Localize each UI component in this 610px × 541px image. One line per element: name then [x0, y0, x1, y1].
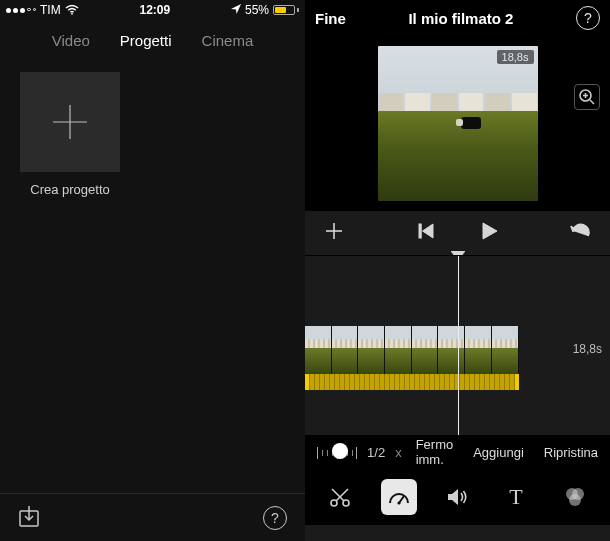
- svg-line-6: [590, 100, 594, 104]
- play-icon: [479, 221, 499, 241]
- video-clip[interactable]: [305, 326, 519, 374]
- editor-header: Fine Il mio filmato 2 ?: [305, 0, 610, 36]
- preview-area: 18,8s: [305, 36, 610, 211]
- projects-grid: Crea progetto: [0, 60, 305, 493]
- undo-icon: [568, 221, 592, 241]
- zoom-button[interactable]: [574, 84, 600, 110]
- tool-bar: T: [305, 469, 610, 525]
- magnifier-plus-icon: [578, 88, 596, 106]
- text-tool[interactable]: T: [498, 479, 534, 515]
- svg-marker-21: [448, 489, 458, 505]
- freeze-frame-button[interactable]: Fermo imm.: [416, 437, 454, 467]
- speed-knob[interactable]: [332, 443, 348, 459]
- audio-tool[interactable]: [439, 479, 475, 515]
- svg-marker-13: [483, 223, 497, 239]
- go-to-start-button[interactable]: [417, 222, 435, 244]
- svg-point-24: [569, 494, 581, 506]
- undo-button[interactable]: [568, 221, 592, 245]
- help-icon: ?: [271, 510, 279, 526]
- text-icon: T: [509, 484, 522, 510]
- svg-marker-12: [422, 224, 433, 238]
- playhead[interactable]: [458, 256, 460, 435]
- play-button[interactable]: [479, 221, 499, 245]
- speed-ratio: 1/2: [367, 445, 385, 460]
- scissors-icon: [328, 485, 352, 509]
- speed-reset-button[interactable]: Ripristina: [544, 445, 598, 460]
- battery-icon: [273, 5, 299, 15]
- plus-icon: [323, 220, 345, 242]
- speed-slider[interactable]: [317, 442, 357, 462]
- export-icon: [18, 504, 40, 528]
- svg-point-0: [71, 13, 73, 15]
- editor-help-button[interactable]: ?: [576, 6, 600, 30]
- create-project-tile[interactable]: Crea progetto: [20, 72, 120, 197]
- timeline-duration: 18,8s: [573, 342, 602, 356]
- transport-bar: [305, 211, 610, 255]
- bottom-bar: ?: [0, 493, 305, 541]
- done-button[interactable]: Fine: [315, 10, 346, 27]
- speed-x-label: x: [395, 445, 402, 460]
- help-button[interactable]: ?: [263, 506, 287, 530]
- audio-clip[interactable]: [305, 374, 519, 390]
- export-button[interactable]: [18, 504, 40, 532]
- help-icon: ?: [584, 10, 592, 26]
- cut-tool[interactable]: [322, 479, 358, 515]
- carrier-label: TIM: [40, 3, 61, 17]
- speed-add-button[interactable]: Aggiungi: [473, 445, 524, 460]
- clock: 12:09: [139, 3, 170, 17]
- location-icon: [231, 3, 241, 17]
- tab-video[interactable]: Video: [52, 32, 90, 49]
- battery-pct: 55%: [245, 3, 269, 17]
- editor-screen: Fine Il mio filmato 2 ? 18,8s: [305, 0, 610, 541]
- project-title: Il mio filmato 2: [408, 10, 513, 27]
- timeline[interactable]: 18,8s: [305, 255, 610, 435]
- wifi-icon: [65, 5, 79, 15]
- video-preview[interactable]: 18,8s: [378, 46, 538, 201]
- status-bar: TIM 12:09 55%: [0, 0, 305, 20]
- speedometer-icon: [387, 485, 411, 509]
- speed-tool[interactable]: [381, 479, 417, 515]
- create-project-label: Crea progetto: [20, 182, 120, 197]
- plus-icon: [47, 99, 93, 145]
- add-media-button[interactable]: [323, 220, 345, 246]
- signal-dots-icon: [6, 8, 36, 13]
- speaker-icon: [445, 485, 469, 509]
- filters-tool[interactable]: [557, 479, 593, 515]
- overlapping-circles-icon: [562, 484, 588, 510]
- tab-bar: Video Progetti Cinema: [0, 20, 305, 60]
- projects-screen: TIM 12:09 55% Video Progetti Cinema: [0, 0, 305, 541]
- svg-rect-11: [419, 224, 421, 238]
- tab-cinema[interactable]: Cinema: [202, 32, 254, 49]
- tab-projects[interactable]: Progetti: [120, 32, 172, 49]
- skip-start-icon: [417, 222, 435, 240]
- speed-controls: 1/2 x Fermo imm. Aggiungi Ripristina: [305, 435, 610, 469]
- svg-point-20: [397, 501, 400, 504]
- preview-duration-badge: 18,8s: [497, 50, 534, 64]
